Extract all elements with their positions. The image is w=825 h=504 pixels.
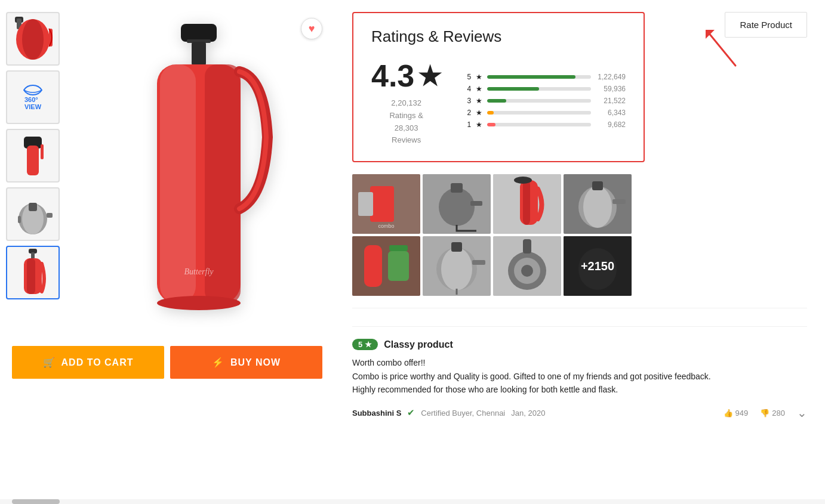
bar-count-3: 21,522: [596, 97, 626, 105]
bar-track-3: [487, 99, 591, 103]
bar-fill-5: [487, 75, 575, 79]
vote-section: 👍 949 👎 280 ⌄: [724, 406, 807, 420]
thumbs-up-icon: 👍: [724, 409, 733, 418]
svg-rect-29: [358, 192, 373, 216]
bar-track-1: [487, 123, 591, 126]
horizontal-scrollbar[interactable]: [0, 499, 825, 504]
review-section: 5 ★ Classy product Worth combo offer!! C…: [352, 326, 807, 420]
rate-product-label: Rate Product: [740, 20, 792, 30]
bar-row-1: 1 ★ 9,682: [459, 120, 626, 129]
review-title: Classy product: [384, 339, 453, 350]
arrow-indicator: [700, 24, 747, 74]
bar-count-1: 9,682: [596, 120, 626, 129]
svg-rect-33: [451, 183, 463, 193]
svg-rect-51: [451, 242, 462, 252]
bar-row-5: 5 ★ 1,22,649: [459, 73, 626, 81]
buy-now-label: BUY NOW: [230, 357, 281, 368]
reviewer-name: Subbashini S: [352, 409, 401, 418]
bar-fill-2: [487, 111, 493, 115]
thumbs-down-icon: 👎: [760, 409, 769, 418]
svg-rect-6: [27, 146, 39, 175]
ratings-label: Ratings &: [389, 111, 423, 120]
bar-track-4: [487, 87, 591, 91]
svg-rect-57: [523, 239, 531, 253]
dislike-button[interactable]: 👎 280: [760, 409, 785, 418]
right-panel: Rate Product Ratings & Reviews 4.3 ★: [334, 0, 825, 504]
review-image-4[interactable]: [564, 174, 632, 234]
review-image-6[interactable]: [423, 236, 491, 296]
svg-rect-7: [41, 144, 44, 159]
svg-text:Butterfly: Butterfly: [184, 267, 214, 276]
review-date: Jan, 2020: [511, 409, 545, 418]
rating-summary: 4.3 ★ 2,20,132 Ratings & 28,303 Reviews: [371, 58, 441, 147]
bar-count-2: 6,343: [596, 109, 626, 117]
svg-rect-12: [18, 216, 21, 223]
svg-rect-11: [47, 213, 53, 218]
add-to-cart-button[interactable]: 🛒 ADD TO CART: [12, 346, 164, 379]
thumbnail-360[interactable]: 360°VIEW: [6, 70, 60, 124]
verified-icon: ✔: [407, 407, 415, 418]
thumbnail-1[interactable]: [6, 12, 60, 66]
svg-rect-10: [29, 203, 37, 211]
svg-rect-42: [592, 181, 603, 190]
thumbnail-3[interactable]: [6, 129, 60, 183]
svg-rect-47: [389, 245, 408, 251]
heart-icon: ♥: [309, 23, 315, 35]
ratings-section-title: Ratings & Reviews: [371, 27, 626, 46]
rating-count: 2,20,132 Ratings & 28,303 Reviews: [371, 97, 441, 147]
red-arrow-icon: [700, 24, 747, 72]
reviewer-info: Subbashini S ✔ Certified Buyer, Chennai …: [352, 406, 807, 420]
svg-line-25: [709, 33, 735, 66]
svg-text:combo: combo: [378, 223, 394, 229]
review-image-3[interactable]: [493, 174, 561, 234]
action-buttons-row: 🛒 ADD TO CART ⚡ BUY NOW: [6, 346, 328, 379]
review-badge-star: ★: [365, 340, 372, 349]
review-image-1[interactable]: combo: [352, 174, 420, 234]
wishlist-button[interactable]: ♥: [301, 18, 322, 39]
ratings-reviews-box: Ratings & Reviews 4.3 ★ 2,20,132 Ratings…: [352, 12, 645, 162]
like-count: 949: [735, 409, 749, 418]
svg-rect-34: [470, 201, 482, 206]
add-to-cart-label: ADD TO CART: [61, 357, 134, 368]
svg-point-38: [514, 177, 532, 184]
scrollbar-thumb[interactable]: [12, 499, 60, 504]
review-image-5[interactable]: [352, 236, 420, 296]
expand-review-button[interactable]: ⌄: [797, 406, 807, 420]
review-badge-rating: 5: [358, 340, 362, 349]
svg-rect-46: [388, 251, 409, 281]
svg-rect-52: [472, 260, 485, 265]
svg-rect-19: [192, 42, 206, 66]
average-rating-value: 4.3: [371, 58, 414, 94]
svg-point-23: [157, 296, 241, 310]
review-image-2[interactable]: [423, 174, 491, 234]
review-text-line1: Worth combo offer!!: [352, 356, 807, 369]
main-image-area: ♥: [69, 12, 328, 334]
review-image-more[interactable]: +2150: [564, 236, 632, 296]
svg-point-50: [441, 248, 472, 290]
review-rating-badge: 5 ★: [352, 339, 378, 350]
review-image-7[interactable]: [493, 236, 561, 296]
like-button[interactable]: 👍 949: [724, 409, 749, 418]
svg-rect-17: [181, 24, 217, 42]
360-label: 360°VIEW: [24, 96, 41, 110]
svg-point-32: [439, 188, 475, 226]
svg-rect-45: [364, 245, 382, 287]
buy-now-button[interactable]: ⚡ BUY NOW: [170, 346, 322, 379]
bar-fill-1: [487, 123, 495, 126]
verified-label: Certified Buyer, Chennai: [421, 409, 505, 418]
thumbnail-5[interactable]: [6, 246, 60, 299]
review-text-line3: Highly recommended for those who are loo…: [352, 383, 807, 396]
bar-fill-4: [487, 87, 539, 91]
total-ratings-number: 2,20,132: [391, 98, 421, 107]
bar-track-2: [487, 111, 591, 115]
bar-count-4: 59,936: [596, 85, 626, 93]
bar-track-5: [487, 75, 591, 79]
review-image-grid: combo: [352, 174, 807, 296]
lightning-icon: ⚡: [212, 357, 224, 368]
bar-count-5: 1,22,649: [596, 73, 626, 81]
cart-icon: 🛒: [43, 357, 56, 368]
thumbnail-4[interactable]: [6, 187, 60, 241]
more-images-count: +2150: [581, 259, 614, 273]
svg-rect-44: [352, 236, 420, 296]
review-text-line2: Combo is price worthy and Quality is goo…: [352, 370, 807, 383]
